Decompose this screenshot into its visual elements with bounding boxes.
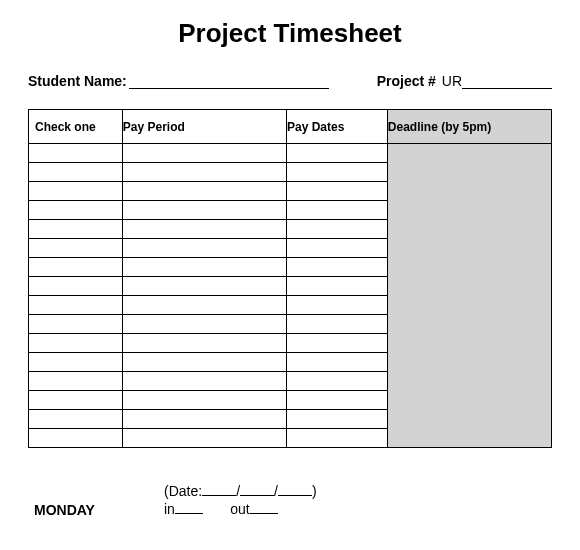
- cell-dates[interactable]: [286, 182, 387, 201]
- cell-deadline[interactable]: [387, 277, 551, 296]
- day-row: MONDAY (Date://) in out: [28, 482, 552, 518]
- cell-dates[interactable]: [286, 372, 387, 391]
- header-deadline: Deadline (by 5pm): [387, 110, 551, 144]
- in-label: in: [164, 501, 175, 517]
- cell-deadline[interactable]: [387, 429, 551, 448]
- cell-period[interactable]: [122, 315, 286, 334]
- cell-period[interactable]: [122, 353, 286, 372]
- cell-period[interactable]: [122, 144, 286, 163]
- cell-period[interactable]: [122, 372, 286, 391]
- cell-check[interactable]: [29, 391, 123, 410]
- table-row: [29, 429, 552, 448]
- cell-deadline[interactable]: [387, 353, 551, 372]
- cell-dates[interactable]: [286, 429, 387, 448]
- cell-deadline[interactable]: [387, 163, 551, 182]
- cell-check[interactable]: [29, 201, 123, 220]
- cell-period[interactable]: [122, 182, 286, 201]
- cell-period[interactable]: [122, 220, 286, 239]
- table-row: [29, 239, 552, 258]
- cell-dates[interactable]: [286, 391, 387, 410]
- timesheet-table: Check one Pay Period Pay Dates Deadline …: [28, 109, 552, 448]
- cell-dates[interactable]: [286, 315, 387, 334]
- time-in-input[interactable]: [175, 502, 203, 514]
- cell-period[interactable]: [122, 277, 286, 296]
- cell-check[interactable]: [29, 334, 123, 353]
- table-row: [29, 182, 552, 201]
- cell-period[interactable]: [122, 410, 286, 429]
- cell-dates[interactable]: [286, 353, 387, 372]
- table-row: [29, 372, 552, 391]
- cell-dates[interactable]: [286, 410, 387, 429]
- project-label: Project #: [377, 73, 436, 89]
- cell-dates[interactable]: [286, 277, 387, 296]
- cell-check[interactable]: [29, 258, 123, 277]
- cell-check[interactable]: [29, 410, 123, 429]
- day-name: MONDAY: [34, 502, 124, 518]
- cell-deadline[interactable]: [387, 410, 551, 429]
- cell-check[interactable]: [29, 277, 123, 296]
- time-out-input[interactable]: [250, 502, 278, 514]
- cell-check[interactable]: [29, 429, 123, 448]
- cell-check[interactable]: [29, 296, 123, 315]
- cell-check[interactable]: [29, 353, 123, 372]
- cell-dates[interactable]: [286, 239, 387, 258]
- date-label: (Date:: [164, 483, 202, 499]
- cell-dates[interactable]: [286, 144, 387, 163]
- student-name-input[interactable]: [129, 75, 329, 89]
- cell-period[interactable]: [122, 296, 286, 315]
- project-prefix: UR: [438, 73, 462, 89]
- cell-check[interactable]: [29, 315, 123, 334]
- page-title: Project Timesheet: [28, 18, 552, 49]
- cell-period[interactable]: [122, 391, 286, 410]
- header-pay-dates: Pay Dates: [286, 110, 387, 144]
- table-header-row: Check one Pay Period Pay Dates Deadline …: [29, 110, 552, 144]
- cell-deadline[interactable]: [387, 315, 551, 334]
- info-row: Student Name: Project # UR: [28, 73, 552, 89]
- cell-check[interactable]: [29, 239, 123, 258]
- cell-check[interactable]: [29, 144, 123, 163]
- cell-dates[interactable]: [286, 220, 387, 239]
- cell-deadline[interactable]: [387, 201, 551, 220]
- date-day-input[interactable]: [240, 484, 274, 496]
- date-month-input[interactable]: [202, 484, 236, 496]
- cell-dates[interactable]: [286, 258, 387, 277]
- day-fields: (Date://) in out: [164, 482, 317, 518]
- cell-dates[interactable]: [286, 334, 387, 353]
- table-row: [29, 220, 552, 239]
- table-row: [29, 391, 552, 410]
- cell-deadline[interactable]: [387, 220, 551, 239]
- header-check-one: Check one: [29, 110, 123, 144]
- cell-period[interactable]: [122, 201, 286, 220]
- project-number-input[interactable]: [462, 75, 552, 89]
- cell-dates[interactable]: [286, 296, 387, 315]
- out-label: out: [230, 501, 249, 517]
- table-row: [29, 334, 552, 353]
- cell-deadline[interactable]: [387, 144, 551, 163]
- table-row: [29, 163, 552, 182]
- cell-dates[interactable]: [286, 201, 387, 220]
- cell-deadline[interactable]: [387, 258, 551, 277]
- cell-check[interactable]: [29, 372, 123, 391]
- cell-deadline[interactable]: [387, 391, 551, 410]
- cell-deadline[interactable]: [387, 239, 551, 258]
- cell-period[interactable]: [122, 429, 286, 448]
- table-row: [29, 353, 552, 372]
- cell-check[interactable]: [29, 182, 123, 201]
- table-row: [29, 410, 552, 429]
- cell-deadline[interactable]: [387, 182, 551, 201]
- cell-period[interactable]: [122, 334, 286, 353]
- header-pay-period: Pay Period: [122, 110, 286, 144]
- cell-check[interactable]: [29, 220, 123, 239]
- cell-dates[interactable]: [286, 163, 387, 182]
- cell-period[interactable]: [122, 239, 286, 258]
- cell-deadline[interactable]: [387, 372, 551, 391]
- table-row: [29, 315, 552, 334]
- cell-period[interactable]: [122, 163, 286, 182]
- cell-deadline[interactable]: [387, 334, 551, 353]
- cell-period[interactable]: [122, 258, 286, 277]
- table-row: [29, 277, 552, 296]
- cell-deadline[interactable]: [387, 296, 551, 315]
- cell-check[interactable]: [29, 163, 123, 182]
- student-name-label: Student Name:: [28, 73, 127, 89]
- date-year-input[interactable]: [278, 484, 312, 496]
